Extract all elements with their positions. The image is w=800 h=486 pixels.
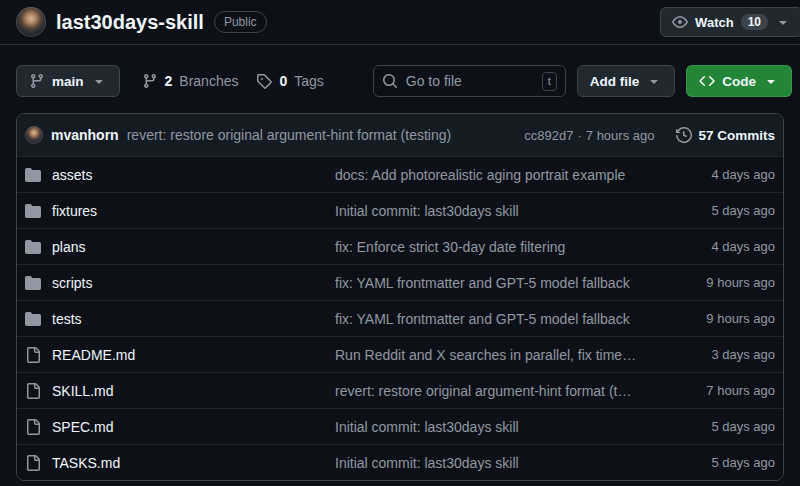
owner-avatar[interactable] bbox=[16, 7, 46, 37]
file-name-link[interactable]: fixtures bbox=[52, 203, 97, 219]
watch-count-badge: 10 bbox=[741, 14, 768, 30]
caret-down-icon bbox=[646, 73, 662, 89]
caret-down-icon bbox=[775, 14, 791, 30]
git-branch-icon bbox=[142, 73, 158, 89]
file-name-link[interactable]: README.md bbox=[52, 347, 135, 363]
table-row: SKILL.md revert: restore original argume… bbox=[17, 372, 783, 408]
file-name-cell: README.md bbox=[25, 347, 335, 363]
folder-icon bbox=[25, 167, 41, 183]
folder-icon bbox=[25, 311, 41, 327]
branches-label: Branches bbox=[179, 73, 238, 89]
file-name-cell: TASKS.md bbox=[25, 455, 335, 471]
repo-stats: 2 Branches 0 Tags bbox=[142, 73, 324, 89]
folder-icon bbox=[25, 275, 41, 291]
visibility-badge: Public bbox=[214, 11, 267, 33]
row-commit-message[interactable]: Run Reddit and X searches in parallel, f… bbox=[335, 347, 655, 363]
row-commit-time: 9 hours ago bbox=[655, 311, 775, 326]
table-row: README.md Run Reddit and X searches in p… bbox=[17, 336, 783, 372]
history-icon bbox=[676, 127, 692, 143]
row-commit-time: 4 days ago bbox=[655, 239, 775, 254]
row-commit-message[interactable]: fix: YAML frontmatter and GPT-5 model fa… bbox=[335, 311, 655, 327]
file-name-link[interactable]: assets bbox=[52, 167, 92, 183]
repo-title[interactable]: last30days-skill bbox=[56, 11, 204, 34]
tag-icon bbox=[256, 73, 272, 89]
commit-author-avatar[interactable] bbox=[25, 126, 43, 144]
code-button[interactable]: Code bbox=[686, 65, 792, 97]
search-icon bbox=[382, 73, 398, 89]
row-commit-message[interactable]: revert: restore original argument-hint f… bbox=[335, 383, 655, 399]
go-to-file-input[interactable]: Go to file t bbox=[373, 65, 566, 97]
commit-author[interactable]: mvanhorn bbox=[51, 127, 119, 143]
commit-time: 7 hours ago bbox=[586, 128, 655, 143]
table-row: plans fix: Enforce strict 30-day date fi… bbox=[17, 228, 783, 264]
git-branch-icon bbox=[29, 73, 45, 89]
row-commit-message[interactable]: Initial commit: last30days skill bbox=[335, 203, 655, 219]
repo-header: last30days-skill Public Watch 10 bbox=[0, 0, 800, 45]
row-commit-message[interactable]: Initial commit: last30days skill bbox=[335, 419, 655, 435]
commit-meta: cc892d7 · 7 hours ago bbox=[514, 128, 654, 143]
table-row: tests fix: YAML frontmatter and GPT-5 mo… bbox=[17, 300, 783, 336]
caret-down-icon bbox=[763, 73, 779, 89]
branch-selector[interactable]: main bbox=[16, 65, 120, 97]
code-icon bbox=[699, 73, 715, 89]
caret-down-icon bbox=[91, 73, 107, 89]
file-name-link[interactable]: SKILL.md bbox=[52, 383, 113, 399]
add-file-button[interactable]: Add file bbox=[577, 65, 676, 97]
file-list: assets docs: Add photorealistic aging po… bbox=[17, 156, 783, 480]
search-shortcut-key: t bbox=[542, 72, 557, 91]
file-name-cell: plans bbox=[25, 239, 335, 255]
table-row: scripts fix: YAML frontmatter and GPT-5 … bbox=[17, 264, 783, 300]
file-name-cell: SPEC.md bbox=[25, 419, 335, 435]
row-commit-message[interactable]: docs: Add photorealistic aging portrait … bbox=[335, 167, 655, 183]
file-name-link[interactable]: TASKS.md bbox=[52, 455, 120, 471]
table-row: assets docs: Add photorealistic aging po… bbox=[17, 156, 783, 192]
file-name-link[interactable]: plans bbox=[52, 239, 85, 255]
file-name-cell: assets bbox=[25, 167, 335, 183]
table-row: fixtures Initial commit: last30days skil… bbox=[17, 192, 783, 228]
folder-icon bbox=[25, 203, 41, 219]
tags-label: Tags bbox=[294, 73, 324, 89]
file-name-link[interactable]: tests bbox=[52, 311, 82, 327]
row-commit-message[interactable]: Initial commit: last30days skill bbox=[335, 455, 655, 471]
code-label: Code bbox=[722, 74, 756, 89]
tags-count: 0 bbox=[279, 73, 287, 89]
row-commit-time: 3 days ago bbox=[655, 347, 775, 362]
branches-link[interactable]: 2 Branches bbox=[142, 73, 239, 89]
file-name-link[interactable]: SPEC.md bbox=[52, 419, 113, 435]
file-icon bbox=[25, 455, 41, 471]
commit-sha[interactable]: cc892d7 bbox=[524, 128, 573, 143]
latest-commit-bar: mvanhorn revert: restore original argume… bbox=[17, 114, 783, 156]
watch-button[interactable]: Watch 10 bbox=[660, 7, 800, 37]
commit-separator: · bbox=[577, 128, 581, 143]
row-commit-time: 5 days ago bbox=[655, 419, 775, 434]
row-commit-time: 5 days ago bbox=[655, 455, 775, 470]
row-commit-message[interactable]: fix: YAML frontmatter and GPT-5 model fa… bbox=[335, 275, 655, 291]
file-name-cell: fixtures bbox=[25, 203, 335, 219]
branches-count: 2 bbox=[165, 73, 173, 89]
file-name-link[interactable]: scripts bbox=[52, 275, 92, 291]
commit-history-link[interactable]: 57 Commits bbox=[676, 127, 775, 143]
table-row: TASKS.md Initial commit: last30days skil… bbox=[17, 444, 783, 480]
search-placeholder: Go to file bbox=[406, 73, 462, 89]
watch-label: Watch bbox=[695, 15, 734, 30]
commit-message[interactable]: revert: restore original argument-hint f… bbox=[127, 127, 451, 143]
row-commit-time: 4 days ago bbox=[655, 167, 775, 182]
folder-icon bbox=[25, 239, 41, 255]
row-commit-time: 7 hours ago bbox=[655, 383, 775, 398]
file-browser: mvanhorn revert: restore original argume… bbox=[16, 113, 784, 481]
file-name-cell: SKILL.md bbox=[25, 383, 335, 399]
tags-link[interactable]: 0 Tags bbox=[256, 73, 323, 89]
file-icon bbox=[25, 419, 41, 435]
row-commit-message[interactable]: fix: Enforce strict 30-day date filterin… bbox=[335, 239, 655, 255]
file-icon bbox=[25, 383, 41, 399]
row-commit-time: 5 days ago bbox=[655, 203, 775, 218]
commits-count-label: 57 Commits bbox=[698, 128, 775, 143]
add-file-label: Add file bbox=[590, 74, 640, 89]
file-name-cell: scripts bbox=[25, 275, 335, 291]
row-commit-time: 9 hours ago bbox=[655, 275, 775, 290]
eye-icon bbox=[672, 14, 688, 30]
table-row: SPEC.md Initial commit: last30days skill… bbox=[17, 408, 783, 444]
file-name-cell: tests bbox=[25, 311, 335, 327]
repo-toolbar: main 2 Branches 0 Tags Go to file t Add bbox=[0, 45, 800, 97]
branch-name: main bbox=[52, 74, 84, 89]
